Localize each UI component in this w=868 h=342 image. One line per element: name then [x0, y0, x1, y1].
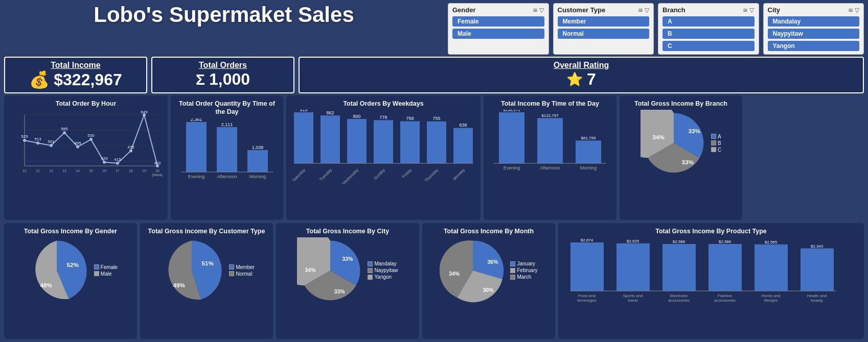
- svg-text:34%: 34%: [305, 267, 316, 273]
- svg-text:420: 420: [101, 156, 108, 161]
- svg-text:beverages: beverages: [577, 298, 596, 303]
- gross-income-month-card: Total Gross Income By Month 36% 30% 34% …: [422, 223, 555, 339]
- svg-text:Monday: Monday: [452, 168, 465, 181]
- header-row: Lobo's Supermaket Sales Gender ≅ ▽ Femal…: [0, 0, 868, 57]
- income-by-time-card: Total Income By Time of the Day $138,371…: [484, 95, 616, 220]
- svg-text:$2,565: $2,565: [765, 240, 778, 245]
- gross-income-gender-card: Total Gross Income By Gender 52% 48% Fem…: [4, 223, 137, 339]
- branch-b-btn[interactable]: B: [663, 29, 755, 39]
- svg-text:34%: 34%: [449, 271, 460, 277]
- gross-income-customer-card: Total Gross income By Customer Type 51% …: [140, 223, 273, 339]
- branch-c-btn[interactable]: C: [663, 41, 755, 51]
- gender-filter-header: Gender ≅ ▽: [452, 6, 544, 14]
- total-orders-card: Total Orders Σ 1,000: [151, 57, 294, 93]
- svg-rect-42: [247, 150, 268, 172]
- svg-text:20: 20: [155, 169, 159, 173]
- svg-text:12: 12: [49, 169, 53, 173]
- gross-income-branch-pie: 33% 33% 34%: [641, 110, 707, 176]
- branch-a-legend: A: [711, 134, 721, 139]
- customer-type-title: Customer Type: [558, 6, 606, 14]
- svg-text:10: 10: [22, 169, 27, 173]
- total-income-card: Total Income 💰 $322,967: [4, 57, 147, 93]
- chart-row-1: Total Order By Hour: [0, 95, 868, 223]
- male-dot: [94, 271, 99, 276]
- svg-text:13: 13: [62, 169, 66, 173]
- sigma-icon: Σ: [196, 71, 205, 88]
- customer-pie-row: 51% 49% Member Normal: [158, 237, 255, 304]
- svg-rect-41: [217, 127, 237, 172]
- filter-panels: Gender ≅ ▽ Female Male Customer Type ≅ ▽…: [448, 3, 864, 55]
- gender-male-btn[interactable]: Male: [452, 29, 544, 39]
- svg-text:525: 525: [21, 134, 28, 139]
- female-legend: Female: [94, 264, 118, 270]
- female-dot: [94, 264, 99, 270]
- svg-text:649: 649: [141, 110, 148, 114]
- svg-text:800: 800: [353, 114, 360, 119]
- gross-income-branch-pie-row: 33% 33% 34% A B C: [641, 110, 721, 176]
- customer-type-icons: ≅ ▽: [638, 7, 649, 14]
- customer-pie: 51% 49%: [158, 237, 225, 304]
- member-legend: Member: [229, 264, 255, 270]
- svg-text:Afternoon: Afternoon: [217, 174, 237, 179]
- gender-female-btn[interactable]: Female: [452, 16, 544, 27]
- orders-by-weekday-title: Total Orders By Weekdays: [343, 100, 423, 108]
- svg-point-8: [50, 144, 53, 147]
- customer-type-filter: Customer Type ≅ ▽ Member Normal: [553, 3, 654, 55]
- svg-text:Thursday: Thursday: [424, 168, 439, 183]
- january-dot: [510, 261, 515, 266]
- gross-income-branch-card: Total Gross Income By Branch 33% 33% 34%: [620, 95, 742, 220]
- svg-text:415: 415: [114, 157, 121, 162]
- gross-income-city-card: Total Gross Income By City 33% 33% 34% M…: [276, 223, 419, 339]
- svg-rect-56: [453, 128, 473, 163]
- month-pie-row: 36% 30% 34% January February Mar: [440, 237, 537, 304]
- svg-text:17: 17: [116, 169, 120, 173]
- svg-point-6: [23, 139, 26, 142]
- svg-text:Evening: Evening: [504, 165, 520, 170]
- svg-rect-50: [294, 112, 313, 163]
- city-mandalay-btn[interactable]: Mandalay: [768, 16, 860, 27]
- dashboard-title: Lobo's Supermaket Sales: [4, 3, 444, 27]
- svg-point-12: [103, 161, 106, 164]
- svg-text:758: 758: [406, 116, 414, 121]
- city-filter: City ≅ ▽ Mandalay Naypyitaw Yangon: [763, 3, 864, 55]
- svg-text:2,111: 2,111: [221, 122, 233, 127]
- dashboard: Lobo's Supermaket Sales Gender ≅ ▽ Femal…: [0, 0, 868, 342]
- gender-pie: 52% 48%: [24, 237, 90, 304]
- svg-rect-53: [374, 120, 393, 164]
- march-legend: March: [510, 274, 537, 280]
- normal-dot: [229, 271, 234, 276]
- mandalay-legend: Mandalay: [368, 261, 398, 266]
- city-yangon-btn[interactable]: Yangon: [768, 41, 860, 51]
- svg-text:19: 19: [142, 169, 146, 173]
- order-qty-by-time-title: Total Order Quantity By Time of the Day: [175, 100, 279, 116]
- svg-text:$2,625: $2,625: [627, 239, 639, 243]
- total-orders-label: Total Orders: [158, 61, 287, 70]
- svg-text:49%: 49%: [173, 281, 186, 288]
- total-income-icon: 💰: [29, 70, 50, 89]
- svg-text:36%: 36%: [488, 259, 498, 265]
- naypyitaw-legend: Naypyitaw: [368, 267, 398, 273]
- svg-text:$122,797: $122,797: [541, 113, 559, 118]
- svg-text:778: 778: [379, 115, 387, 120]
- city-naypyitaw-btn[interactable]: Naypyitaw: [768, 29, 860, 39]
- svg-text:51%: 51%: [202, 259, 214, 266]
- customer-member-btn[interactable]: Member: [558, 16, 650, 27]
- city-filter-title: City: [768, 6, 781, 14]
- month-pie: 36% 30% 34%: [440, 237, 506, 304]
- march-dot: [510, 275, 515, 280]
- svg-text:2,361: 2,361: [191, 118, 202, 122]
- customer-normal-btn[interactable]: Normal: [558, 29, 650, 39]
- svg-point-11: [89, 138, 93, 141]
- svg-text:$61,799: $61,799: [581, 136, 596, 140]
- orders-by-weekday-chart: 919 862 800 778 758 755 638 Saturday Tue…: [291, 110, 475, 184]
- svg-text:beauty: beauty: [811, 298, 823, 303]
- february-dot: [510, 268, 515, 273]
- branch-a-btn[interactable]: A: [663, 16, 755, 27]
- svg-text:Home and: Home and: [762, 294, 781, 298]
- total-income-value: 💰 $322,967: [11, 70, 140, 89]
- gender-legend: Female Male: [94, 264, 118, 277]
- svg-point-14: [129, 150, 132, 153]
- gender-filter: Gender ≅ ▽ Female Male: [448, 3, 549, 55]
- svg-text:530: 530: [87, 133, 95, 138]
- svg-text:14: 14: [76, 169, 80, 173]
